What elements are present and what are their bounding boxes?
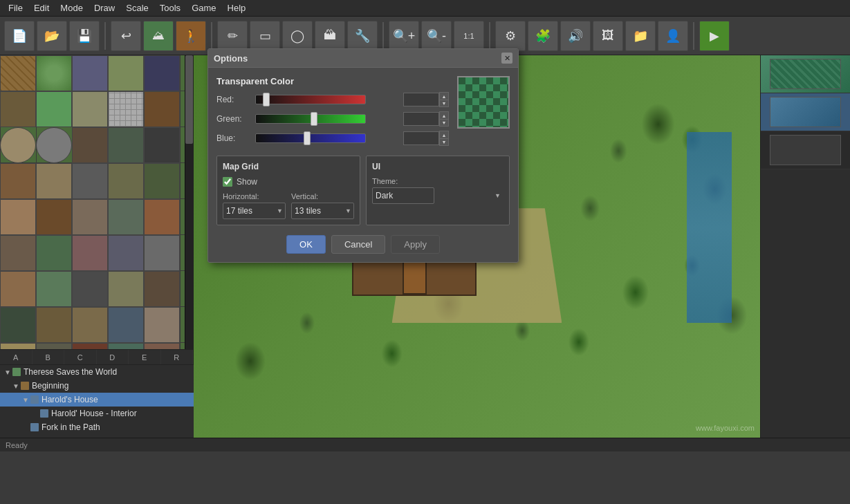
tile-cell[interactable] [36,55,72,91]
tile-cell[interactable] [72,199,108,235]
tile-cell[interactable] [144,235,180,271]
tile-grid[interactable] [0,55,185,349]
tile-cell[interactable] [72,343,108,349]
thumb-1[interactable] [761,55,850,93]
tile-cell[interactable] [108,199,144,235]
tile-cell[interactable] [144,127,180,163]
tile-cell[interactable] [108,235,144,271]
green-value-input[interactable]: 136 [403,112,439,126]
blue-value-input[interactable]: 119 [403,131,439,145]
tile-cell[interactable] [36,127,72,163]
tool-terrain[interactable]: ⛰ [143,21,174,51]
tool-flood[interactable]: 🏔 [315,21,345,51]
letter-e[interactable]: E [129,350,161,364]
menu-game[interactable]: Game [186,1,221,15]
tile-cell[interactable] [0,307,36,343]
tile-cell[interactable] [0,343,36,349]
tool-special[interactable]: 🔧 [347,21,378,51]
tile-cell[interactable] [36,199,72,235]
tree-item-fork[interactable]: Fork in the Path [0,420,194,434]
show-checkbox[interactable] [223,177,232,187]
tile-cell[interactable] [0,91,36,127]
red-down-button[interactable]: ▼ [439,100,449,107]
thumb-2[interactable] [761,93,850,131]
cancel-button[interactable]: Cancel [331,235,385,254]
menu-edit[interactable]: Edit [28,1,55,15]
apply-button[interactable]: Apply [391,235,440,254]
tile-cell[interactable] [144,343,180,349]
tool-puzzle[interactable]: 🧩 [528,21,558,51]
tile-cell[interactable] [72,127,108,163]
tile-cell[interactable] [36,235,72,271]
tile-cell[interactable] [36,343,72,349]
tree-item-harolds-house[interactable]: ▼ Harold's House [0,393,194,407]
vertical-select[interactable]: 13 tiles 17 tiles 9 tiles 5 tiles [291,203,354,219]
letter-b[interactable]: B [33,350,65,364]
tile-cell[interactable] [36,91,72,127]
tile-cell[interactable] [108,307,144,343]
green-down-button[interactable]: ▼ [439,119,449,127]
menu-scale[interactable]: Scale [120,1,154,15]
tile-cell[interactable] [36,307,72,343]
tile-cell[interactable] [72,91,108,127]
tile-cell[interactable] [144,163,180,199]
ok-button[interactable]: OK [286,235,326,254]
tile-cell[interactable] [36,163,72,199]
red-up-button[interactable]: ▲ [439,92,449,100]
blue-up-button[interactable]: ▲ [439,131,449,138]
tool-settings[interactable]: ⚙ [495,21,526,51]
tree-item-harolds-interior[interactable]: Harold' House - Interior [0,407,194,420]
tool-pencil[interactable]: ✏ [217,21,248,51]
tool-undo[interactable]: ↩ [111,21,141,51]
tree-item-world[interactable]: ▼ Therese Saves the World [0,365,194,379]
blue-down-button[interactable]: ▼ [439,138,449,146]
menu-mode[interactable]: Mode [55,1,89,15]
tool-rect[interactable]: ▭ [250,21,280,51]
tile-cell[interactable] [108,55,144,91]
tile-cell[interactable] [144,199,180,235]
tile-cell[interactable] [108,343,144,349]
menu-file[interactable]: File [3,1,28,15]
tile-cell[interactable] [144,55,180,91]
tile-cell[interactable] [108,271,144,307]
tile-cell[interactable] [144,307,180,343]
tile-cell[interactable] [0,271,36,307]
menu-tools[interactable]: Tools [154,1,186,15]
tool-zoom-in[interactable]: 🔍+ [389,21,419,51]
red-slider[interactable] [255,95,366,104]
red-value-input[interactable]: 17 [403,93,439,106]
tool-zoom-out[interactable]: 🔍- [421,21,452,51]
tool-play[interactable]: ▶ [699,21,730,51]
tile-cell[interactable] [0,127,36,163]
tile-cell[interactable] [0,199,36,235]
tool-open[interactable]: 📂 [37,21,67,51]
blue-slider[interactable] [255,133,366,143]
green-up-button[interactable]: ▲ [439,111,449,119]
menu-help[interactable]: Help [222,1,252,15]
tree-item-beginning[interactable]: ▼ Beginning [0,379,194,393]
menu-draw[interactable]: Draw [89,1,120,15]
tile-cell[interactable] [108,163,144,199]
letter-a[interactable]: A [0,350,33,364]
tool-save[interactable]: 💾 [69,21,100,51]
horizontal-select[interactable]: 17 tiles 13 tiles 9 tiles 5 tiles [223,203,286,219]
tile-cell[interactable] [144,271,180,307]
letter-c[interactable]: C [64,350,97,364]
tile-cell[interactable] [72,307,108,343]
tile-cell[interactable] [144,91,180,127]
theme-select[interactable]: Dark Light [372,187,434,204]
tool-new[interactable]: 📄 [4,21,35,51]
tile-cell[interactable] [0,55,36,91]
tile-scrollbar[interactable] [185,55,193,349]
tile-cell[interactable] [72,163,108,199]
tool-player[interactable]: 🚶 [176,21,206,51]
tile-cell[interactable] [108,91,144,127]
tool-circle[interactable]: ◯ [282,21,313,51]
tile-cell[interactable] [72,55,108,91]
tool-zoom-reset[interactable]: 1:1 [454,21,484,51]
tile-cell[interactable] [108,127,144,163]
green-slider[interactable] [255,114,366,124]
tile-cell[interactable] [0,235,36,271]
thumb-3[interactable] [761,131,850,169]
tile-cell[interactable] [36,271,72,307]
